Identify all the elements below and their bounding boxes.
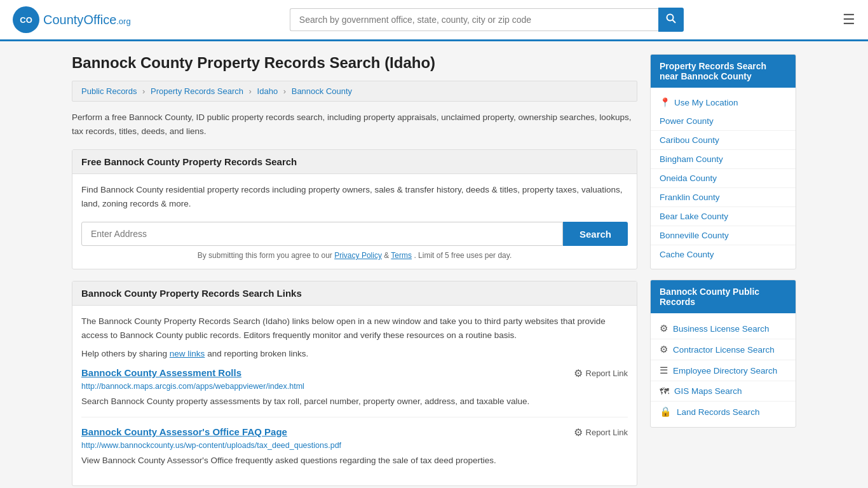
business-license-link[interactable]: Business License Search — [673, 324, 770, 334]
sidebar: Property Records Search near Bannock Cou… — [650, 54, 796, 488]
search-button[interactable]: Search — [563, 222, 628, 246]
list-icon-employee: ☰ — [660, 365, 668, 376]
breadcrumb-property-records-search[interactable]: Property Records Search — [151, 86, 243, 96]
svg-point-2 — [667, 15, 673, 21]
links-description: The Bannock County Property Records Sear… — [81, 315, 628, 342]
employee-directory-link[interactable]: Employee Directory Search — [673, 366, 777, 376]
content-area: Bannock County Property Records Search (… — [72, 54, 637, 488]
sidebar-item-business-license[interactable]: ⚙ Business License Search — [651, 318, 796, 339]
new-links-link[interactable]: new links — [170, 349, 205, 358]
logo: CO CountyOffice.org — [13, 6, 131, 33]
links-heading: Bannock County Property Records Search L… — [72, 281, 637, 306]
menu-icon[interactable]: ☰ — [843, 11, 855, 28]
sidebar-item-contractor-license[interactable]: ⚙ Contractor License Search — [651, 339, 796, 360]
breadcrumb-bannock-county[interactable]: Bannock County — [292, 86, 352, 96]
bingham-county-link[interactable]: Bingham County — [660, 154, 723, 164]
sidebar-item-bear-lake-county[interactable]: Bear Lake County — [651, 207, 796, 226]
report-link-button-1[interactable]: ⚙ Report Link — [574, 426, 628, 438]
record-item-1: Bannock County Assessor's Office FAQ Pag… — [81, 417, 628, 477]
report-link-button-0[interactable]: ⚙ Report Link — [574, 367, 628, 379]
svg-line-3 — [672, 20, 675, 24]
page-title: Bannock County Property Records Search (… — [72, 54, 637, 72]
sidebar-item-cache-county[interactable]: Cache County — [651, 245, 796, 264]
gis-maps-link[interactable]: GIS Maps Search — [674, 386, 742, 396]
sidebar-item-caribou-county[interactable]: Caribou County — [651, 131, 796, 150]
lock-icon-land: 🔒 — [660, 406, 672, 417]
record-desc-1: View Bannock County Assessor's Office fr… — [81, 454, 628, 468]
address-input[interactable] — [81, 222, 563, 246]
gear-icon-contractor: ⚙ — [660, 344, 668, 355]
sidebar-item-bonneville-county[interactable]: Bonneville County — [651, 226, 796, 245]
svg-text:CO: CO — [20, 15, 32, 25]
use-my-location-item[interactable]: 📍 Use My Location — [651, 93, 796, 112]
terms-link[interactable]: Terms — [391, 251, 412, 260]
map-icon-gis: 🗺 — [660, 386, 669, 396]
breadcrumb-idaho[interactable]: Idaho — [257, 86, 278, 96]
sidebar-item-land-records[interactable]: 🔒 Land Records Search — [651, 402, 796, 422]
record-url-0[interactable]: http://bannock.maps.arcgis.com/apps/weba… — [81, 382, 628, 391]
cache-county-link[interactable]: Cache County — [660, 250, 714, 259]
free-search-heading: Free Bannock County Property Records Sea… — [72, 150, 637, 174]
record-title-1[interactable]: Bannock County Assessor's Office FAQ Pag… — [81, 426, 287, 437]
public-records-section: Bannock County Public Records ⚙ Business… — [650, 280, 796, 428]
record-item: Bannock County Assessment Rolls ⚙ Report… — [81, 358, 628, 418]
contractor-license-link[interactable]: Contractor License Search — [673, 345, 775, 355]
sidebar-item-oneida-county[interactable]: Oneida County — [651, 169, 796, 188]
sidebar-item-power-county[interactable]: Power County — [651, 112, 796, 131]
public-records-heading: Bannock County Public Records — [651, 280, 796, 313]
bonneville-county-link[interactable]: Bonneville County — [660, 231, 729, 240]
header: CO CountyOffice.org ☰ — [0, 0, 868, 41]
form-note: By submitting this form you agree to our… — [81, 251, 628, 260]
main-container: Bannock County Property Records Search (… — [59, 41, 809, 488]
bear-lake-county-link[interactable]: Bear Lake County — [660, 212, 728, 221]
land-records-link[interactable]: Land Records Search — [677, 407, 760, 417]
franklin-county-link[interactable]: Franklin County — [660, 193, 720, 202]
sidebar-item-gis-maps[interactable]: 🗺 GIS Maps Search — [651, 381, 796, 402]
privacy-policy-link[interactable]: Privacy Policy — [334, 251, 382, 260]
global-search-input[interactable] — [290, 8, 658, 31]
record-title-0[interactable]: Bannock County Assessment Rolls — [81, 367, 241, 378]
free-search-description: Find Bannock County residential property… — [81, 183, 628, 210]
power-county-link[interactable]: Power County — [660, 116, 714, 126]
breadcrumb-public-records[interactable]: Public Records — [81, 86, 137, 96]
share-line: Help others by sharing new links and rep… — [81, 349, 628, 358]
global-search-container — [290, 8, 684, 32]
logo-icon: CO — [13, 6, 39, 33]
breadcrumb: Public Records › Property Records Search… — [72, 81, 637, 102]
oneida-county-link[interactable]: Oneida County — [660, 173, 717, 183]
gear-icon-business: ⚙ — [660, 323, 668, 334]
use-my-location-link[interactable]: Use My Location — [674, 98, 738, 107]
nearby-counties-heading: Property Records Search near Bannock Cou… — [651, 55, 796, 88]
record-url-1[interactable]: http://www.bannockcounty.us/wp-content/u… — [81, 441, 628, 450]
sidebar-item-bingham-county[interactable]: Bingham County — [651, 150, 796, 169]
address-form: Search — [81, 222, 628, 246]
sidebar-item-employee-directory[interactable]: ☰ Employee Directory Search — [651, 360, 796, 381]
sidebar-item-franklin-county[interactable]: Franklin County — [651, 188, 796, 207]
record-desc-0: Search Bannock County property assessmen… — [81, 395, 628, 409]
logo-text: CountyOffice.org — [43, 13, 131, 27]
links-section: Bannock County Property Records Search L… — [72, 281, 637, 485]
free-search-section: Free Bannock County Property Records Sea… — [72, 149, 637, 269]
caribou-county-link[interactable]: Caribou County — [660, 135, 719, 145]
global-search-button[interactable] — [658, 8, 684, 32]
page-description: Perform a free Bannock County, ID public… — [72, 111, 637, 138]
nearby-counties-section: Property Records Search near Bannock Cou… — [650, 54, 796, 269]
